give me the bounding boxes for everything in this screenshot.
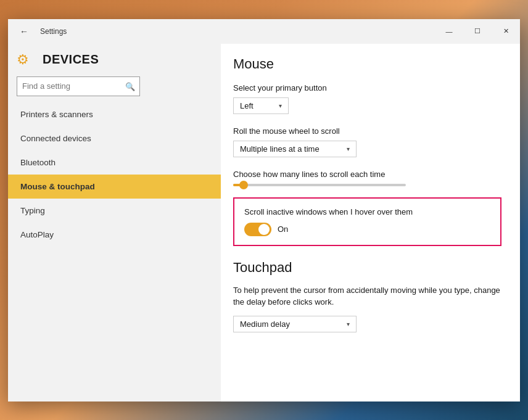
maximize-button[interactable]: ☐ — [463, 19, 492, 44]
chevron-down-icon2: ▾ — [347, 146, 350, 152]
nav-items: Printers & scanners Connected devices Bl… — [8, 102, 221, 401]
slider-thumb[interactable] — [239, 181, 248, 189]
search-bar-wrapper: 🔍 — [17, 76, 140, 96]
touchpad-section-title: Touchpad — [233, 260, 501, 276]
primary-button-dropdown[interactable]: Left ▾ — [233, 97, 289, 114]
scroll-dropdown[interactable]: Multiple lines at a time ▾ — [233, 141, 357, 157]
touchpad-description: To help prevent the cursor from accident… — [233, 284, 501, 308]
scroll-inactive-section: Scroll inactive windows when I hover ove… — [233, 197, 501, 246]
mouse-section-title: Mouse — [233, 56, 501, 72]
lines-slider[interactable] — [233, 184, 501, 186]
sidebar-item-connected[interactable]: Connected devices — [8, 126, 221, 150]
search-input[interactable] — [17, 76, 140, 96]
back-button[interactable]: ← — [15, 23, 33, 40]
scroll-inactive-toggle[interactable] — [244, 223, 271, 236]
sidebar-item-bluetooth[interactable]: Bluetooth — [8, 150, 221, 175]
touchpad-delay-value: Medium delay — [240, 319, 290, 329]
titlebar-left: ← Settings — [15, 23, 67, 40]
lines-label: Choose how many lines to scroll each tim… — [233, 170, 501, 179]
touchpad-delay-dropdown[interactable]: Medium delay ▾ — [233, 316, 357, 332]
sidebar: ⚙ DEVICES 🔍 Printers & scanners Connecte… — [8, 44, 221, 401]
scroll-value: Multiple lines at a time — [240, 144, 320, 154]
window-title: Settings — [40, 27, 67, 36]
toggle-state-text: On — [278, 224, 288, 234]
chevron-down-icon3: ▾ — [347, 321, 350, 327]
main-content: ⚙ DEVICES 🔍 Printers & scanners Connecte… — [8, 44, 520, 401]
sidebar-header: ⚙ DEVICES — [8, 44, 221, 76]
minimize-button[interactable]: — — [435, 19, 463, 44]
scroll-label: Roll the mouse wheel to scroll — [233, 126, 501, 136]
content-area: Mouse Select your primary button Left ▾ … — [221, 44, 520, 401]
sidebar-item-mouse[interactable]: Mouse & touchpad — [8, 175, 221, 199]
sidebar-item-typing[interactable]: Typing — [8, 199, 221, 223]
primary-button-label: Select your primary button — [233, 83, 501, 93]
slider-track — [233, 184, 406, 186]
settings-window: ← Settings — ☐ ✕ ⚙ DEVICES 🔍 Printers & … — [8, 19, 520, 401]
titlebar: ← Settings — ☐ ✕ — [8, 19, 520, 44]
scroll-inactive-label: Scroll inactive windows when I hover ove… — [244, 207, 490, 216]
toggle-knob — [258, 224, 270, 235]
toggle-row: On — [244, 223, 490, 236]
lines-scroll-section: Choose how many lines to scroll each tim… — [233, 170, 501, 186]
sidebar-item-autoplay[interactable]: AutoPlay — [8, 223, 221, 247]
gear-icon: ⚙ — [17, 52, 29, 68]
close-button[interactable]: ✕ — [492, 19, 520, 44]
search-icon: 🔍 — [125, 81, 135, 91]
titlebar-controls: — ☐ ✕ — [435, 19, 520, 44]
sidebar-title: DEVICES — [43, 52, 99, 67]
primary-button-value: Left — [240, 101, 254, 110]
chevron-down-icon: ▾ — [279, 102, 282, 109]
sidebar-item-printers[interactable]: Printers & scanners — [8, 102, 221, 126]
